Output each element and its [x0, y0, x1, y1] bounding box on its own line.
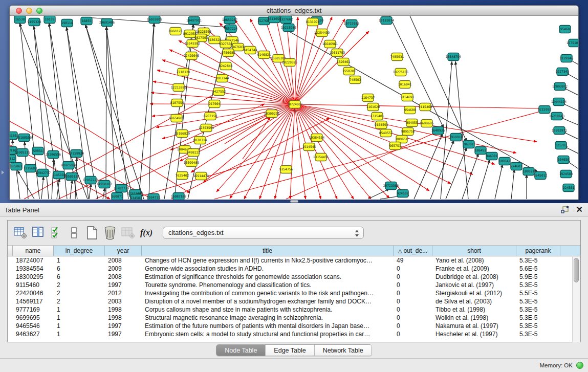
- graph-node[interactable]: 12093872: [552, 83, 568, 91]
- graph-node[interactable]: 12353594: [199, 124, 214, 132]
- graph-node[interactable]: 924601: [511, 163, 522, 170]
- graph-node[interactable]: 9155328: [28, 18, 41, 26]
- graph-node[interactable]: 160871: [112, 193, 123, 200]
- graph-node[interactable]: 748503: [350, 76, 361, 84]
- table-cell-name[interactable]: 18724007: [13, 256, 54, 265]
- graph-node[interactable]: 8960123: [169, 28, 183, 35]
- window-titlebar[interactable]: citations_edges.txt: [10, 6, 578, 16]
- graph-node[interactable]: 95468: [559, 26, 571, 33]
- column-header-title[interactable]: title: [142, 246, 394, 256]
- table-cell-out_de[interactable]: 0: [394, 281, 432, 289]
- graph-node[interactable]: 1320461: [337, 58, 351, 66]
- table-cell-out_de[interactable]: 0: [394, 297, 432, 305]
- table-cell-in_degree[interactable]: 2: [54, 289, 105, 297]
- graph-node[interactable]: 1161620: [366, 103, 380, 111]
- graph-node[interactable]: 12444194: [551, 98, 567, 106]
- column-header-out_de[interactable]: △out_de...: [394, 246, 432, 256]
- column-header-year[interactable]: year: [105, 246, 142, 256]
- graph-node[interactable]: 9245012: [534, 172, 548, 180]
- table-row[interactable]: 977716911998Corpus callosum shape and si…: [8, 305, 580, 314]
- graph-node[interactable]: 16855: [81, 17, 92, 25]
- table-cell-name[interactable]: 19384554: [13, 265, 54, 273]
- graph-node[interactable]: 17957223: [83, 177, 99, 184]
- graph-node[interactable]: 9215953: [538, 106, 552, 114]
- table-cell-short[interactable]: Stergiakouli et al. (2012): [432, 289, 516, 297]
- graph-node[interactable]: 16782739: [114, 185, 129, 192]
- graph-node[interactable]: 854955: [406, 119, 418, 127]
- graph-node[interactable]: 20206556: [46, 151, 61, 159]
- graph-node[interactable]: 7919911: [449, 134, 463, 141]
- graph-edge[interactable]: [368, 189, 389, 199]
- graph-edge[interactable]: [430, 140, 454, 199]
- table-cell-name[interactable]: 9777169: [13, 305, 54, 314]
- table-cell-year[interactable]: 2009: [105, 265, 142, 273]
- graph-node[interactable]: 104650: [558, 156, 570, 164]
- table-cell-title[interactable]: Changes of HCN gene expression and I(f) …: [142, 256, 394, 265]
- table-cell-out_de[interactable]: 49: [394, 256, 432, 265]
- graph-node[interactable]: 9227343: [556, 68, 570, 76]
- column-header-short[interactable]: short: [432, 246, 516, 256]
- table-cell-short[interactable]: Dudbridge et al. (2008): [432, 273, 516, 281]
- table-cell-pagerank[interactable]: 5.3E-5: [516, 281, 560, 289]
- table-scrollbar[interactable]: [572, 257, 580, 342]
- table-cell-short[interactable]: Nakamura et al. (1997): [432, 322, 516, 330]
- graph-node[interactable]: 18132074: [379, 17, 395, 25]
- graph-node[interactable]: 8813054: [268, 16, 281, 23]
- graph-node[interactable]: 9115460: [419, 103, 432, 111]
- graph-node[interactable]: 15992971: [552, 127, 568, 135]
- table-row[interactable]: 969969511998Structural magnetic resonanc…: [8, 314, 580, 322]
- graph-node[interactable]: 9146821: [257, 51, 271, 59]
- table-cell-pagerank[interactable]: 5.3E-5: [516, 314, 560, 322]
- graph-node[interactable]: 9498222: [187, 149, 201, 157]
- deselect-all-button[interactable]: [67, 225, 82, 241]
- graph-node[interactable]: 16648794: [446, 53, 462, 61]
- table-cell-short[interactable]: Wolkin et al. (1998): [432, 314, 516, 322]
- graph-node[interactable]: 14958107: [97, 181, 113, 188]
- graph-node[interactable]: 2718120: [177, 69, 190, 76]
- table-cell-pagerank[interactable]: 5.9E-5: [516, 273, 560, 281]
- graph-node[interactable]: 19176: [44, 16, 55, 24]
- panel-splitter-handle[interactable]: [290, 200, 298, 203]
- table-cell-pagerank[interactable]: 5.3E-5: [516, 305, 560, 314]
- table-cell-year[interactable]: 1998: [105, 305, 142, 314]
- graph-node[interactable]: 9756085: [222, 49, 235, 57]
- table-cell-short[interactable]: Franke et al. (2009): [432, 265, 516, 273]
- graph-node[interactable]: 8131974: [306, 18, 320, 26]
- graph-node[interactable]: 20691406: [99, 19, 115, 27]
- sidebar-collapse-arrow-icon[interactable]: [2, 170, 4, 174]
- graph-node[interactable]: 16099489: [184, 159, 200, 167]
- graph-node[interactable]: 186452: [475, 147, 487, 155]
- tab-node-table[interactable]: Node Table: [216, 345, 266, 356]
- graph-node[interactable]: 8267150: [204, 113, 217, 120]
- table-cell-short[interactable]: Jankovic et al. (1997): [432, 281, 516, 289]
- graph-node[interactable]: 924502: [397, 190, 409, 198]
- table-cell-pagerank[interactable]: 5.3E-5: [516, 297, 560, 305]
- graph-node[interactable]: 9129946: [560, 55, 574, 62]
- graph-node[interactable]: 18497911: [186, 17, 202, 25]
- tab-edge-table[interactable]: Edge Table: [266, 345, 314, 356]
- table-cell-title[interactable]: Corpus callosum shape and size in male p…: [142, 305, 394, 314]
- table-cell-title[interactable]: Estimation of significance thresholds fo…: [142, 273, 394, 281]
- graph-node[interactable]: 946301: [486, 152, 498, 160]
- graph-node[interactable]: 15751074: [567, 39, 579, 47]
- graph-node[interactable]: 59051: [32, 147, 43, 155]
- graph-node[interactable]: 121703: [555, 142, 567, 149]
- graph-node[interactable]: 7485031: [390, 53, 404, 61]
- graph-node[interactable]: 7934731: [147, 194, 161, 200]
- graph-node[interactable]: 10719188: [344, 20, 360, 28]
- table-row[interactable]: 2242004622012Investigating the contribut…: [8, 289, 580, 297]
- graph-edge[interactable]: [495, 164, 503, 199]
- table-cell-pagerank[interactable]: 5.3E-5: [516, 256, 560, 265]
- graph-node[interactable]: 917004: [209, 100, 221, 108]
- select-all-button[interactable]: [49, 225, 64, 241]
- table-cell-in_degree[interactable]: 6: [54, 273, 105, 281]
- graph-node[interactable]: 1164737: [361, 94, 375, 102]
- graph-edge[interactable]: [103, 188, 105, 199]
- graph-node[interactable]: 13154455: [313, 154, 329, 161]
- table-cell-out_de[interactable]: 0: [394, 265, 432, 273]
- graph-node[interactable]: 109521: [523, 168, 535, 176]
- table-header-row[interactable]: namein_degreeyeartitle△out_de...shortpag…: [8, 246, 580, 256]
- graph-node[interactable]: 16087168: [171, 193, 187, 200]
- graph-node[interactable]: 9354756: [279, 166, 293, 173]
- table-row[interactable]: 911546021997Tourette syndrome. Phenomeno…: [8, 281, 580, 289]
